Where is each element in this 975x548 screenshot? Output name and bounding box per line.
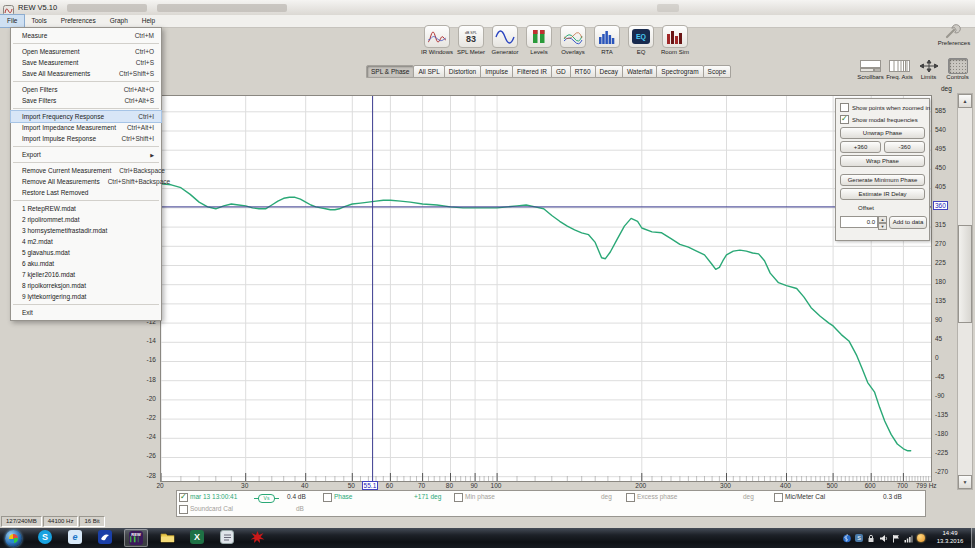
- scrollbars-button[interactable]: Scrollbars: [856, 58, 885, 80]
- taskbar-button-rew[interactable]: REW▎▍▏: [124, 529, 148, 547]
- rta-button[interactable]: RTA: [590, 25, 624, 55]
- tray-icon-update[interactable]: [917, 534, 925, 542]
- tab-spectrogram[interactable]: Spectrogram: [656, 65, 703, 78]
- trace-style-badge[interactable]: Vs: [258, 494, 275, 503]
- estimate-ir-delay-button[interactable]: Estimate IR Delay: [840, 188, 925, 200]
- taskbar-button-internet-explorer[interactable]: e: [64, 529, 86, 545]
- tab-spl-phase[interactable]: SPL & Phase: [366, 65, 414, 78]
- tab-filtered-ir[interactable]: Filtered IR: [512, 65, 552, 78]
- taskbar-button-red-app[interactable]: [246, 529, 268, 545]
- file-menu-item-remove-all-measurements[interactable]: Remove All MeasurementsCtrl+Shift+Backsp…: [11, 176, 161, 187]
- taskbar-button-skype[interactable]: S: [34, 529, 56, 545]
- file-menu-item-remove-current-measurement[interactable]: Remove Current MeasurementCtrl+Backspace: [11, 165, 161, 176]
- show-desktop-button[interactable]: [971, 528, 975, 548]
- unwrap-phase-button[interactable]: Unwrap Phase: [840, 127, 925, 139]
- tab-impulse[interactable]: Impulse: [480, 65, 513, 78]
- taskbar-button-messenger[interactable]: [94, 529, 116, 545]
- tray-icon-lock[interactable]: [867, 534, 875, 543]
- taskbar-clock[interactable]: 14:49 13.3.2016: [929, 529, 971, 545]
- file-menu-item-save-measurement[interactable]: Save MeasurementCtrl+S: [11, 57, 161, 68]
- preferences-button[interactable]: Preferences: [936, 22, 972, 46]
- file-menu-item-1-reteprew-mdat[interactable]: 1 RetepREW.mdat: [11, 203, 161, 214]
- tab-rt60[interactable]: RT60: [570, 65, 596, 78]
- wrap-phase-button[interactable]: Wrap Phase: [840, 155, 925, 167]
- min-phase-checkbox[interactable]: [454, 493, 463, 502]
- file-menu-item-3-hornsystemetifrastadir-mdat[interactable]: 3 hornsystemetifrastadir.mdat: [11, 225, 161, 236]
- taskbar-button-excel[interactable]: X: [186, 529, 208, 545]
- menu-item-label: 3 hornsystemetifrastadir.mdat: [22, 227, 107, 234]
- controls-button[interactable]: Controls: [943, 58, 972, 80]
- show-modal-frequencies-checkbox[interactable]: [840, 115, 849, 124]
- file-menu-item-9-lyttekorrigering-mdat[interactable]: 9 lyttekorrigering.mdat: [11, 291, 161, 302]
- overlays-button[interactable]: Overlays: [556, 25, 590, 55]
- tray-icon-network[interactable]: [904, 534, 913, 543]
- menubar-item-file[interactable]: File: [0, 15, 24, 27]
- file-menu-item-save-filters[interactable]: Save FiltersCtrl+Alt+S: [11, 95, 161, 106]
- freq-axis-button[interactable]: Freq. Axis: [885, 58, 914, 80]
- file-menu-item-2-ripolirommet-mdat[interactable]: 2 ripolirommet.mdat: [11, 214, 161, 225]
- file-menu-item-6-aku-mdat[interactable]: 6 aku.mdat: [11, 258, 161, 269]
- spl-meter-label: SPL Meter: [454, 49, 488, 55]
- file-menu-item-save-all-measurements[interactable]: Save All MeasurementsCtrl+Shift+S: [11, 68, 161, 79]
- phase-trace-checkbox[interactable]: [323, 493, 332, 502]
- levels-button[interactable]: Levels: [522, 25, 556, 55]
- tab-decay[interactable]: Decay: [595, 65, 623, 78]
- soundcard-cal-checkbox[interactable]: [179, 505, 188, 514]
- menubar-item-tools[interactable]: Tools: [24, 15, 53, 27]
- file-menu-item-8-ripolkorreksjon-mdat[interactable]: 8 ripolkorreksjon.mdat: [11, 280, 161, 291]
- file-menu-item-7-kjeller2016-mdat[interactable]: 7 kjeller2016.mdat: [11, 269, 161, 280]
- measurement-visible-checkbox[interactable]: [179, 493, 188, 502]
- scroll-down-arrow[interactable]: ▼: [958, 475, 972, 489]
- menubar-item-graph[interactable]: Graph: [103, 15, 135, 27]
- file-menu-item-open-filters[interactable]: Open FiltersCtrl+Alt+O: [11, 84, 161, 95]
- plus-360-button[interactable]: +360: [840, 141, 881, 153]
- minus-360-button[interactable]: -360: [884, 141, 925, 153]
- spl-meter-button[interactable]: dB SPL83SPL Meter: [454, 25, 488, 55]
- taskbar-button-windows-explorer[interactable]: [156, 529, 178, 545]
- spl-axis-label: -14: [126, 337, 156, 344]
- file-menu-item-open-measurement[interactable]: Open MeasurementCtrl+O: [11, 46, 161, 57]
- eq-button[interactable]: EQEQ: [624, 25, 658, 55]
- preferences-label: Preferences: [936, 40, 972, 46]
- file-menu-item-5-glavahus-mdat[interactable]: 5 glavahus.mdat: [11, 247, 161, 258]
- scrollbar-thumb[interactable]: [958, 225, 972, 323]
- generator-button[interactable]: Generator: [488, 25, 522, 55]
- file-menu-item-restore-last-removed[interactable]: Restore Last Removed: [11, 187, 161, 198]
- menu-item-label: Import Impulse Response: [22, 135, 96, 142]
- file-menu-item-4-m2-mdat[interactable]: 4 m2.mdat: [11, 236, 161, 247]
- file-menu-item-import-frequency-response[interactable]: Import Frequency ResponseCtrl+I: [11, 111, 161, 122]
- ir-windows-button[interactable]: IR Windows: [420, 25, 454, 55]
- file-menu-item-import-impulse-response[interactable]: Import Impulse ResponseCtrl+Shift+I: [11, 133, 161, 144]
- taskbar-button-notepad[interactable]: [216, 529, 238, 545]
- tray-icon-volume[interactable]: [879, 534, 888, 543]
- mic-meter-cal-checkbox[interactable]: [774, 493, 783, 502]
- limits-button[interactable]: Limits: [914, 58, 943, 80]
- file-menu-item-exit[interactable]: Exit: [11, 307, 161, 318]
- chart-vertical-scrollbar[interactable]: ▲ ▼: [957, 93, 973, 490]
- offset-spinner[interactable]: ▲▼: [879, 216, 886, 228]
- start-button[interactable]: [5, 530, 22, 547]
- menu-item-shortcut: Ctrl+M: [135, 32, 154, 39]
- file-menu-item-export[interactable]: Export▶: [11, 149, 161, 160]
- file-menu-item-measure[interactable]: MeasureCtrl+M: [11, 30, 161, 41]
- tab-distortion[interactable]: Distortion: [444, 65, 481, 78]
- file-menu-item-import-impedance-measurement[interactable]: Import Impedance MeasurementCtrl+Alt+I: [11, 122, 161, 133]
- room-sim-button[interactable]: Room Sim: [658, 25, 692, 55]
- tray-icon-bluetooth[interactable]: [843, 534, 851, 543]
- offset-input[interactable]: 0.0: [840, 216, 878, 228]
- scroll-up-arrow[interactable]: ▲: [958, 94, 972, 108]
- show-points-checkbox[interactable]: [840, 103, 849, 112]
- add-to-data-button[interactable]: Add to data: [889, 216, 927, 229]
- tab-all-spl[interactable]: All SPL: [413, 65, 444, 78]
- tab-waterfall[interactable]: Waterfall: [622, 65, 657, 78]
- chart-area[interactable]: [160, 95, 932, 482]
- tab-gd[interactable]: GD: [551, 65, 571, 78]
- excess-phase-checkbox[interactable]: [626, 493, 635, 502]
- tab-scope[interactable]: Scope: [703, 65, 731, 78]
- menubar-item-help[interactable]: Help: [135, 15, 162, 27]
- generate-minimum-phase-button[interactable]: Generate Minimum Phase: [840, 174, 925, 186]
- menubar-item-preferences[interactable]: Preferences: [54, 15, 103, 27]
- tray-icon-tray-app[interactable]: S: [855, 534, 863, 542]
- phase-axis-label: 225: [935, 259, 946, 266]
- tray-icon-flag[interactable]: [892, 534, 900, 543]
